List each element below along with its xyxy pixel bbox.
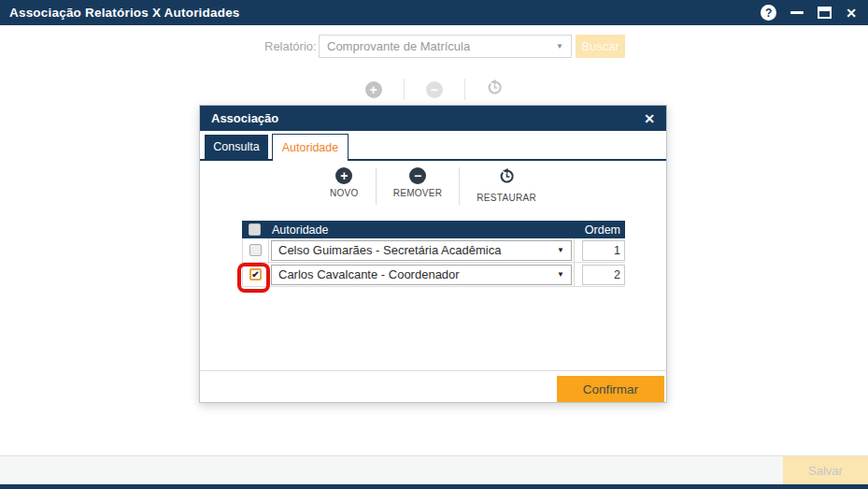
dropdown-arrow-icon: ▼ <box>557 246 564 254</box>
restore-icon <box>486 79 504 100</box>
divider <box>459 167 460 205</box>
authority-select-value: Celso Guimarães - Secretária Acadêmica <box>278 243 557 257</box>
bottom-bar <box>0 484 868 489</box>
order-column-header: Ordem <box>585 223 620 237</box>
novo-button[interactable]: + NOVO <box>319 167 370 198</box>
dialog-header: Associação ✕ <box>200 106 666 131</box>
remove-icon: − <box>426 81 443 98</box>
checkbox-cell: ✔ <box>242 263 269 287</box>
authority-cell: Celso Guimarães - Secretária Acadêmica ▼ <box>269 238 575 263</box>
footer-bar: Salvar <box>0 455 868 484</box>
authority-select[interactable]: Carlos Cavalcante - Coordenador ▼ <box>271 265 572 285</box>
divider <box>404 79 405 100</box>
authority-select[interactable]: Celso Guimarães - Secretária Acadêmica ▼ <box>271 240 572 261</box>
titlebar: Associação Relatórios X Autoridades ? ✕ <box>0 0 868 25</box>
order-cell <box>575 240 625 261</box>
select-all-checkbox[interactable] <box>249 223 261 236</box>
dropdown-arrow-icon: ▼ <box>557 270 564 279</box>
checkbox-cell <box>242 238 269 263</box>
dialog-tabs: Consulta Autoridade <box>200 134 666 161</box>
authority-cell: Carlos Cavalcante - Coordenador ▼ <box>269 263 575 287</box>
report-select[interactable]: Comprovante de Matrícula ▼ <box>319 35 572 58</box>
dialog-close-icon[interactable]: ✕ <box>644 112 666 125</box>
order-cell <box>575 265 625 285</box>
remover-button[interactable]: − REMOVER <box>382 167 454 198</box>
tab-autoridade[interactable]: Autoridade <box>272 134 349 161</box>
salvar-button[interactable]: Salvar <box>783 456 868 485</box>
report-select-value: Comprovante de Matrícula <box>327 39 556 53</box>
minus-icon: − <box>409 167 426 184</box>
report-search-bar: Relatório: Comprovante de Matrícula ▼ Bu… <box>264 35 625 58</box>
buscar-button[interactable]: Buscar <box>576 35 625 58</box>
divider <box>464 79 465 100</box>
table-row: ✔ Carlos Cavalcante - Coordenador ▼ <box>242 263 625 287</box>
divider <box>200 370 666 371</box>
order-input[interactable] <box>582 240 625 261</box>
report-label: Relatório: <box>264 39 313 53</box>
restaurar-label: RESTAURAR <box>477 193 536 203</box>
help-icon[interactable]: ? <box>761 5 776 21</box>
remover-label: REMOVER <box>393 188 443 198</box>
table-header: Autoridade Ordem <box>242 221 625 238</box>
background-toolbar: + − <box>0 79 868 100</box>
dialog-title: Associação <box>200 111 278 125</box>
restaurar-button[interactable]: RESTAURAR <box>465 167 548 203</box>
novo-label: NOVO <box>330 188 359 198</box>
divider <box>376 167 377 205</box>
row-checkbox[interactable] <box>249 244 262 256</box>
authority-column-header: Autoridade <box>272 223 328 237</box>
close-icon[interactable]: ✕ <box>846 7 857 20</box>
restore-icon <box>498 167 516 189</box>
table-row: Celso Guimarães - Secretária Acadêmica ▼ <box>242 238 625 263</box>
authority-select-value: Carlos Cavalcante - Coordenador <box>278 267 557 281</box>
window-title: Associação Relatórios X Autoridades <box>0 6 240 20</box>
dropdown-arrow-icon: ▼ <box>556 42 563 50</box>
order-input[interactable] <box>582 265 625 285</box>
add-icon: + <box>365 81 382 98</box>
dialog-toolbar: + NOVO − REMOVER RESTAURAR <box>200 167 666 205</box>
plus-icon: + <box>335 167 352 184</box>
authority-table: Autoridade Ordem Celso Guimarães - Secre… <box>242 221 625 287</box>
window-controls: ? ✕ <box>761 5 868 21</box>
minimize-icon[interactable] <box>790 11 804 14</box>
check-icon: ✔ <box>251 270 259 280</box>
confirmar-button[interactable]: Confirmar <box>557 376 664 402</box>
row-checkbox-checked[interactable]: ✔ <box>249 268 262 280</box>
maximize-icon[interactable] <box>818 7 832 19</box>
tab-consulta[interactable]: Consulta <box>205 135 268 159</box>
association-dialog: Associação ✕ Consulta Autoridade + NOVO … <box>199 105 667 403</box>
